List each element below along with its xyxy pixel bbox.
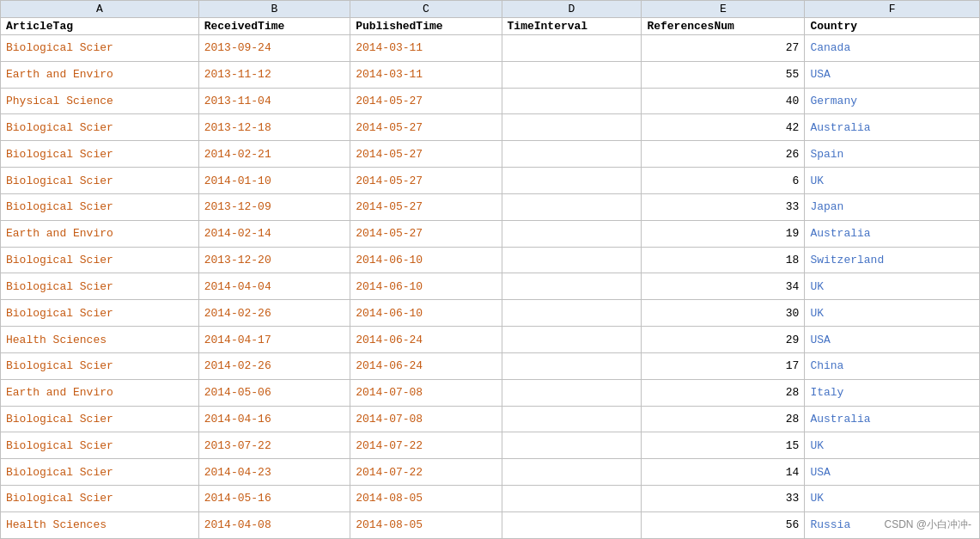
cell-country[interactable]: Italy (805, 379, 980, 406)
cell-article-tag[interactable]: Health Sciences (1, 327, 199, 353)
cell-article-tag[interactable]: Physical Science (1, 88, 199, 114)
cell-country[interactable]: Germany (805, 88, 980, 114)
cell-time-interval[interactable] (502, 511, 642, 538)
col-header-c[interactable]: C (350, 1, 502, 18)
cell-received-time[interactable]: 2014-02-21 (198, 141, 350, 168)
cell-received-time[interactable]: 2014-05-06 (198, 379, 350, 406)
cell-published-time[interactable]: 2014-06-10 (350, 247, 502, 273)
cell-received-time[interactable]: 2014-01-10 (198, 168, 350, 194)
cell-references-num[interactable]: 55 (642, 61, 805, 88)
cell-references-num[interactable]: 15 (642, 432, 805, 459)
cell-country[interactable]: USA (805, 327, 980, 353)
cell-time-interval[interactable] (502, 220, 642, 247)
cell-received-time[interactable]: 2014-04-08 (198, 511, 350, 538)
cell-published-time[interactable]: 2014-08-05 (350, 511, 502, 538)
cell-country[interactable]: Spain (805, 141, 980, 168)
cell-article-tag[interactable]: Biological Scier (1, 168, 199, 194)
cell-references-num[interactable]: 17 (642, 352, 805, 379)
cell-article-tag[interactable]: Biological Scier (1, 141, 199, 168)
cell-published-time[interactable]: 2014-05-27 (350, 88, 502, 114)
cell-published-time[interactable]: 2014-03-11 (350, 61, 502, 88)
cell-time-interval[interactable] (502, 300, 642, 327)
cell-references-num[interactable]: 18 (642, 247, 805, 273)
cell-published-time[interactable]: 2014-06-24 (350, 352, 502, 379)
cell-references-num[interactable]: 27 (642, 35, 805, 62)
cell-received-time[interactable]: 2013-11-12 (198, 61, 350, 88)
cell-references-num[interactable]: 26 (642, 141, 805, 168)
cell-published-time[interactable]: 2014-05-27 (350, 141, 502, 168)
cell-article-tag[interactable]: Biological Scier (1, 459, 199, 486)
cell-published-time[interactable]: 2014-08-05 (350, 486, 502, 512)
cell-article-tag[interactable]: Biological Scier (1, 300, 199, 327)
cell-article-tag[interactable]: Biological Scier (1, 247, 199, 273)
cell-article-tag[interactable]: Biological Scier (1, 432, 199, 459)
cell-time-interval[interactable] (502, 168, 642, 194)
cell-country[interactable]: UK (805, 300, 980, 327)
cell-article-tag[interactable]: Biological Scier (1, 193, 199, 220)
cell-references-num[interactable]: 6 (642, 168, 805, 194)
cell-country[interactable]: UK (805, 168, 980, 194)
cell-received-time[interactable]: 2013-11-04 (198, 88, 350, 114)
cell-references-num[interactable]: 33 (642, 486, 805, 512)
cell-received-time[interactable]: 2014-04-04 (198, 273, 350, 300)
cell-article-tag[interactable]: Biological Scier (1, 35, 199, 62)
cell-published-time[interactable]: 2014-03-11 (350, 35, 502, 62)
cell-time-interval[interactable] (502, 193, 642, 220)
cell-references-num[interactable]: 28 (642, 406, 805, 432)
cell-published-time[interactable]: 2014-05-27 (350, 193, 502, 220)
cell-references-num[interactable]: 56 (642, 511, 805, 538)
cell-received-time[interactable]: 2014-04-17 (198, 327, 350, 353)
cell-published-time[interactable]: 2014-07-22 (350, 459, 502, 486)
cell-published-time[interactable]: 2014-06-24 (350, 327, 502, 353)
cell-time-interval[interactable] (502, 273, 642, 300)
cell-time-interval[interactable] (502, 114, 642, 141)
cell-country[interactable]: Australia (805, 114, 980, 141)
cell-time-interval[interactable] (502, 35, 642, 62)
cell-article-tag[interactable]: Biological Scier (1, 352, 199, 379)
cell-received-time[interactable]: 2014-04-16 (198, 406, 350, 432)
cell-time-interval[interactable] (502, 486, 642, 512)
cell-country[interactable]: Switzerland (805, 247, 980, 273)
cell-article-tag[interactable]: Health Sciences (1, 511, 199, 538)
cell-time-interval[interactable] (502, 352, 642, 379)
col-header-b[interactable]: B (198, 1, 350, 18)
cell-published-time[interactable]: 2014-05-27 (350, 168, 502, 194)
col-header-d[interactable]: D (502, 1, 642, 18)
cell-references-num[interactable]: 40 (642, 88, 805, 114)
cell-received-time[interactable]: 2013-12-09 (198, 193, 350, 220)
cell-references-num[interactable]: 33 (642, 193, 805, 220)
cell-references-num[interactable]: 34 (642, 273, 805, 300)
col-header-a[interactable]: A (1, 1, 199, 18)
cell-time-interval[interactable] (502, 379, 642, 406)
cell-references-num[interactable]: 28 (642, 379, 805, 406)
cell-published-time[interactable]: 2014-07-22 (350, 432, 502, 459)
cell-received-time[interactable]: 2014-05-16 (198, 486, 350, 512)
cell-country[interactable]: USA (805, 61, 980, 88)
cell-references-num[interactable]: 29 (642, 327, 805, 353)
cell-time-interval[interactable] (502, 406, 642, 432)
cell-time-interval[interactable] (502, 88, 642, 114)
cell-references-num[interactable]: 30 (642, 300, 805, 327)
cell-references-num[interactable]: 19 (642, 220, 805, 247)
col-header-e[interactable]: E (642, 1, 805, 18)
cell-received-time[interactable]: 2013-12-20 (198, 247, 350, 273)
cell-published-time[interactable]: 2014-05-27 (350, 220, 502, 247)
cell-received-time[interactable]: 2014-02-26 (198, 352, 350, 379)
cell-country[interactable]: Canada (805, 35, 980, 62)
cell-article-tag[interactable]: Earth and Enviro (1, 61, 199, 88)
cell-country[interactable]: UK (805, 273, 980, 300)
cell-published-time[interactable]: 2014-07-08 (350, 406, 502, 432)
cell-article-tag[interactable]: Biological Scier (1, 273, 199, 300)
col-header-f[interactable]: F (805, 1, 980, 18)
cell-time-interval[interactable] (502, 61, 642, 88)
cell-country[interactable]: UK (805, 486, 980, 512)
cell-article-tag[interactable]: Earth and Enviro (1, 220, 199, 247)
cell-published-time[interactable]: 2014-07-08 (350, 379, 502, 406)
cell-country[interactable]: Japan (805, 193, 980, 220)
cell-article-tag[interactable]: Biological Scier (1, 406, 199, 432)
cell-country[interactable]: UK (805, 432, 980, 459)
cell-country[interactable]: USA (805, 459, 980, 486)
cell-country[interactable]: Australia (805, 220, 980, 247)
cell-received-time[interactable]: 2014-02-14 (198, 220, 350, 247)
cell-time-interval[interactable] (502, 432, 642, 459)
